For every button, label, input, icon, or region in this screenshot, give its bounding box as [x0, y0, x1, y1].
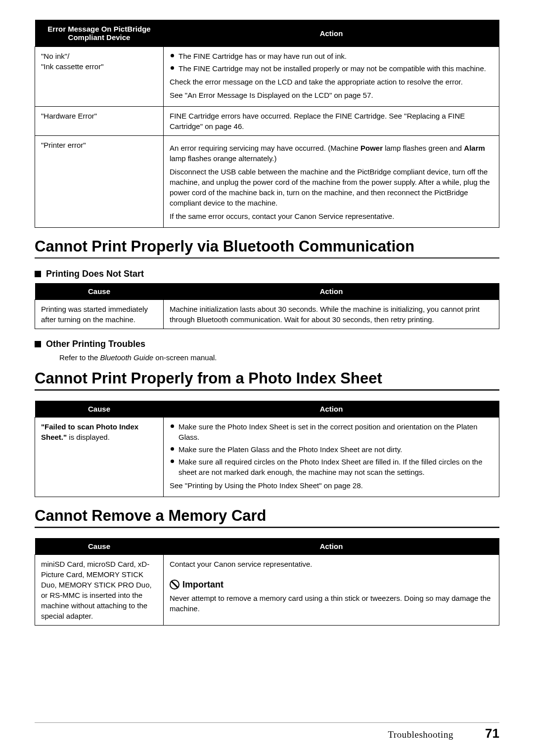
heading-rule	[35, 257, 499, 259]
page-footer: Troubleshooting 71	[35, 722, 499, 741]
prohibit-icon	[170, 580, 179, 589]
cell-action: An error requiring servicing may have oc…	[164, 136, 499, 228]
bluetooth-table: Cause Action Printing was started immedi…	[35, 283, 499, 329]
th-action-text: Action	[320, 29, 343, 38]
action-para: See "Printing by Using the Photo Index S…	[170, 480, 493, 491]
action-para: Disconnect the USB cable between the mac…	[170, 167, 493, 208]
th-cause: Cause	[35, 401, 164, 418]
table-row: "Failed to scan Photo Index Sheet." is d…	[35, 418, 499, 497]
th-action: Action	[164, 20, 499, 47]
heading-rule	[35, 527, 499, 528]
th-action: Action	[164, 538, 499, 555]
th-cause: Cause	[35, 283, 164, 300]
memory-card-table: Cause Action miniSD Card, microSD Card, …	[35, 538, 499, 626]
cell-cause: "Printer error"	[35, 136, 164, 228]
cell-action: Contact your Canon service representativ…	[164, 555, 499, 577]
bullet-item: The FINE Cartridge has or may have run o…	[170, 51, 493, 61]
subheading-printing-not-start: Printing Does Not Start	[35, 269, 499, 279]
cell-action: The FINE Cartridge has or may have run o…	[164, 47, 499, 107]
heading-photo-index: Cannot Print Properly from a Photo Index…	[35, 370, 499, 387]
alarm-bold: Alarm	[464, 144, 485, 152]
cell-cause: "No ink"/ "Ink cassette error"	[35, 47, 164, 107]
bullet-item: Make sure the Platen Glass and the Photo…	[170, 444, 493, 455]
bluetooth-guide-italic: Bluetooth Guide	[100, 353, 154, 362]
action-para: Check the error message on the LCD and t…	[170, 77, 493, 87]
heading-rule	[35, 389, 499, 391]
pictbridge-error-table: Error Message On PictBridge Compliant De…	[35, 20, 499, 228]
table-row: "Hardware Error" FINE Cartridge errors h…	[35, 107, 499, 136]
bullet-item: The FINE Cartridge may not be installed …	[170, 63, 493, 74]
cell-cause: miniSD Card, microSD Card, xD-Picture Ca…	[35, 555, 164, 626]
important-label: Important	[182, 580, 223, 589]
th-cause: Cause	[35, 538, 164, 555]
important-text: Never attempt to remove a memory card us…	[170, 593, 493, 614]
photo-index-table: Cause Action "Failed to scan Photo Index…	[35, 401, 499, 497]
th-action: Action	[164, 401, 499, 418]
table-row: miniSD Card, microSD Card, xD-Picture Ca…	[35, 555, 499, 577]
square-bullet-icon	[35, 341, 41, 347]
subheading-other-troubles: Other Printing Troubles	[35, 339, 499, 349]
cell-important: Important Never attempt to remove a memo…	[164, 577, 499, 626]
cell-cause: "Hardware Error"	[35, 107, 164, 136]
table-row: "Printer error" An error requiring servi…	[35, 136, 499, 228]
heading-memory-card: Cannot Remove a Memory Card	[35, 507, 499, 525]
cell-cause: Printing was started immediately after t…	[35, 300, 164, 329]
cell-action: Make sure the Photo Index Sheet is set i…	[164, 418, 499, 497]
action-para: If the same error occurs, contact your C…	[170, 211, 493, 221]
bullet-item: Make sure all required circles on the Ph…	[170, 457, 493, 477]
th-error-message: Error Message On PictBridge Compliant De…	[35, 20, 164, 47]
footer-page-number: 71	[485, 726, 499, 741]
footer-section-label: Troubleshooting	[388, 729, 453, 740]
heading-bluetooth: Cannot Print Properly via Bluetooth Comm…	[35, 238, 499, 255]
square-bullet-icon	[35, 271, 41, 277]
cell-action: Machine initialization lasts about 30 se…	[164, 300, 499, 329]
ink-cassette-text: "Ink cassette error"	[41, 62, 104, 71]
power-bold: Power	[360, 144, 383, 152]
action-para: An error requiring servicing may have oc…	[170, 143, 493, 164]
action-para: See "An Error Message Is Displayed on th…	[170, 90, 493, 100]
refer-text: Refer to the Bluetooth Guide on-screen m…	[59, 353, 499, 362]
no-ink-text: "No ink"/	[41, 52, 69, 60]
th-error-message-text: Error Message On PictBridge Compliant De…	[47, 25, 150, 42]
cell-cause: "Failed to scan Photo Index Sheet." is d…	[35, 418, 164, 497]
cell-action: FINE Cartridge errors have occurred. Rep…	[164, 107, 499, 136]
th-action: Action	[164, 283, 499, 300]
bullet-item: Make sure the Photo Index Sheet is set i…	[170, 421, 493, 442]
table-row: "No ink"/ "Ink cassette error" The FINE …	[35, 47, 499, 107]
table-row: Printing was started immediately after t…	[35, 300, 499, 329]
